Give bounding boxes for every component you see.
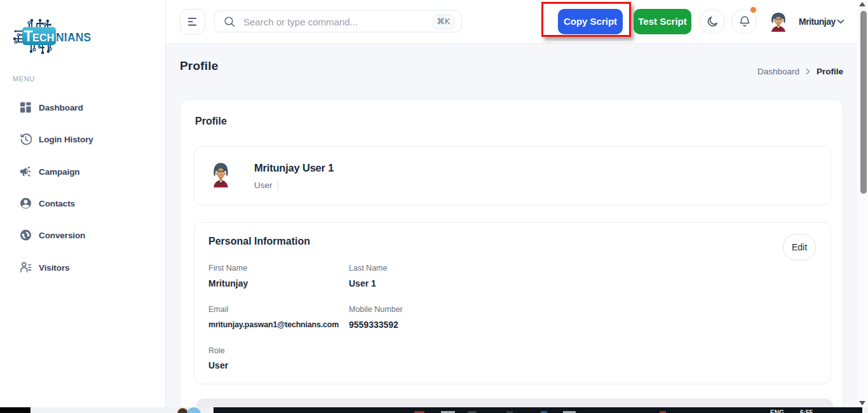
svg-text:ECH: ECH bbox=[32, 32, 55, 43]
svg-text:NIANS: NIANS bbox=[56, 31, 91, 44]
svg-text:T: T bbox=[24, 28, 33, 44]
